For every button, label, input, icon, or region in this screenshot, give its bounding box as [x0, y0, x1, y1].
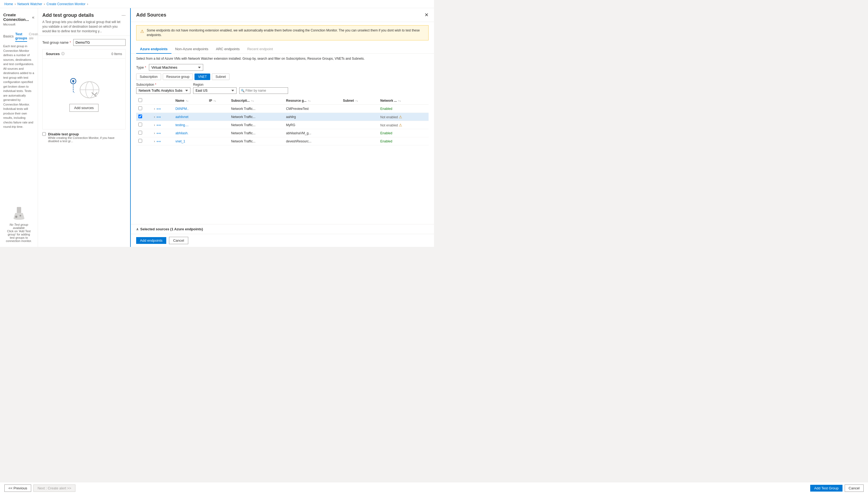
row2-checkbox[interactable] — [138, 114, 142, 118]
row1-expand-icon[interactable]: › — [154, 107, 155, 111]
center-content: Test group name * Sources ⓘ 0 Items — [38, 36, 130, 247]
row4-type-icon: ⟺ — [156, 132, 161, 135]
row5-name-link[interactable]: vnet_1 — [175, 139, 185, 143]
row2-name-link[interactable]: aahilvnet — [175, 115, 189, 119]
net-sort-icon: ↑↓ — [398, 99, 401, 102]
row2-type-icon: ⟺ — [156, 115, 161, 118]
sidebar-collapse-btn[interactable]: « — [32, 15, 35, 20]
svg-rect-0 — [17, 207, 21, 213]
row1-status-cell: Enabled — [378, 105, 429, 113]
subnet-sort-icon: ↑↓ — [355, 99, 358, 102]
region-field: Region East US — [193, 83, 236, 94]
row3-status-cell: Not enabled ⚠ — [378, 121, 429, 129]
row4-name-link[interactable]: abhilash. — [175, 131, 189, 135]
breadcrumb-create-monitor[interactable]: Create Connection Monitor — [47, 2, 85, 6]
table-body: › ⟺ DtINPM.. Network Traffic... CMPrevie… — [136, 105, 429, 146]
center-description: A Test group lets you define a logical g… — [42, 20, 126, 33]
type-select[interactable]: Virtual Machines Arc Machines Scale Sets — [149, 64, 203, 71]
add-sources-button[interactable]: Add sources — [70, 104, 98, 112]
test-group-name-input[interactable] — [73, 39, 126, 46]
svg-point-1 — [15, 216, 17, 218]
row2-expand-cell: › ⟺ — [152, 113, 173, 121]
nav-basics[interactable]: Basics — [3, 33, 14, 40]
col-name[interactable]: Name ↑↓ — [173, 97, 207, 105]
test-group-name-label: Test group name * — [42, 40, 71, 44]
row2-status: Not enabled — [380, 115, 398, 119]
row5-subscription-cell: Network Traffic... — [229, 137, 284, 146]
row1-checkbox[interactable] — [138, 106, 142, 110]
add-endpoints-button[interactable]: Add endpoints — [136, 237, 166, 244]
close-panel-button[interactable]: ✕ — [425, 12, 429, 18]
row5-subnet-cell — [341, 137, 378, 146]
center-more-btn[interactable]: ··· — [121, 13, 126, 18]
nav-test-groups[interactable]: Test groups — [15, 31, 27, 42]
breadcrumb-home[interactable]: Home — [4, 2, 13, 6]
row5-expand-icon[interactable]: › — [154, 139, 155, 143]
row1-name-cell: DtINPM.. — [173, 105, 207, 113]
col-subnet[interactable]: Subnet ↑↓ — [341, 97, 378, 105]
breadcrumb-network-watcher[interactable]: Network Watcher — [17, 2, 42, 6]
region-select[interactable]: East US — [193, 87, 236, 94]
filter-resource-group-btn[interactable]: Resource group — [163, 74, 193, 80]
search-icon: 🔍 — [241, 89, 245, 93]
sub-sort-icon: ↑↓ — [251, 99, 254, 102]
row4-expand-icon[interactable]: › — [154, 131, 155, 135]
row3-status: Not enabled — [380, 124, 398, 127]
row3-expand-icon[interactable]: › — [154, 123, 155, 127]
row3-warning-icon: ⚠ — [399, 123, 402, 127]
row3-check-cell — [136, 121, 152, 129]
filter-subscription-btn[interactable]: Subscription — [136, 74, 161, 80]
col-expand — [152, 97, 173, 105]
disable-test-group-checkbox[interactable] — [42, 132, 46, 136]
col-check — [136, 97, 152, 105]
endpoints-table: Name ↑↓ IP ↑↓ Subscripti... ↑↓ Resource … — [136, 97, 429, 146]
row3-checkbox[interactable] — [138, 122, 142, 127]
cancel-right-panel-button[interactable]: Cancel — [169, 237, 188, 244]
col-ip[interactable]: IP ↑↓ — [207, 97, 229, 105]
row5-check-cell — [136, 137, 152, 146]
tab-non-azure-endpoints[interactable]: Non-Azure endpoints — [171, 45, 212, 54]
row5-checkbox[interactable] — [138, 139, 142, 143]
row3-name-cell: testing.... — [173, 121, 207, 129]
tab-description: Select from a list of Azure VMs with Net… — [136, 56, 429, 61]
row1-subscription-cell: Network Traffic... — [229, 105, 284, 113]
warning-text: Some endpoints do not have monitoring ex… — [147, 28, 425, 37]
empty-state-line1: Click on 'Add Test group' for adding — [3, 229, 35, 236]
col-resource-group[interactable]: Resource g... ↑↓ — [284, 97, 341, 105]
select-all-checkbox[interactable] — [138, 98, 142, 102]
tab-azure-endpoints[interactable]: Azure endpoints — [136, 45, 171, 54]
row5-type-icon: ⟺ — [156, 140, 161, 143]
empty-state-title: No Test group available — [3, 223, 35, 229]
row3-rg-cell: MyRG — [284, 121, 341, 129]
tab-recent-endpoint[interactable]: Recent endpoint — [243, 45, 277, 54]
region-label: Region — [193, 83, 236, 87]
row2-expand-icon[interactable]: › — [154, 115, 155, 119]
sources-empty-icon — [68, 76, 100, 101]
svg-point-2 — [20, 215, 21, 216]
sidebar-title: Create Connection... — [3, 13, 32, 22]
row1-ip-cell — [207, 105, 229, 113]
row5-rg-cell: deveshResourc... — [284, 137, 341, 146]
filter-vnet-btn[interactable]: VNET — [194, 74, 210, 80]
row4-expand-cell: › ⟺ — [152, 129, 173, 137]
right-panel: Add Sources ✕ ⚠ Some endpoints do not ha… — [130, 8, 434, 247]
disable-test-group-row: Disable test group While creating the Co… — [42, 129, 126, 145]
selected-sources-toggle[interactable]: ∧ Selected sources (1 Azure endpoints) — [136, 227, 429, 231]
subscription-region-row: Subscription * Network Traffic Analytics… — [136, 83, 429, 94]
filter-name-input[interactable] — [239, 87, 288, 94]
row4-name-cell: abhilash. — [173, 129, 207, 137]
row4-checkbox[interactable] — [138, 131, 142, 135]
filter-subnet-btn[interactable]: Subnet — [212, 74, 229, 80]
row3-name-link[interactable]: testing.... — [175, 123, 189, 127]
tab-arc-endpoints[interactable]: ARC endpoints — [212, 45, 243, 54]
row3-expand-cell: › ⟺ — [152, 121, 173, 129]
name-sort-icon: ↑↓ — [186, 99, 189, 102]
table-row: › ⟺ DtINPM.. Network Traffic... CMPrevie… — [136, 105, 429, 113]
row1-name-link[interactable]: DtINPM.. — [175, 107, 189, 111]
col-subscription[interactable]: Subscripti... ↑↓ — [229, 97, 284, 105]
row1-subnet-cell — [341, 105, 378, 113]
col-network[interactable]: Network ... ↑↓ — [378, 97, 429, 105]
row5-status: Enabled — [380, 139, 392, 143]
subscription-select[interactable]: Network Traffic Analytics Subscript... — [136, 87, 190, 94]
rg-sort-icon: ↑↓ — [308, 99, 311, 102]
